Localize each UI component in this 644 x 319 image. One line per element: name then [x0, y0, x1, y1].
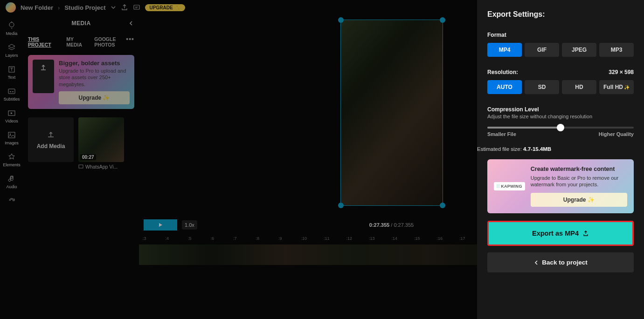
compression-subtitle: Adjust the file size without changing re…: [487, 114, 634, 119]
compression-slider[interactable]: [487, 127, 634, 129]
more-icon[interactable]: •••: [126, 35, 134, 43]
resize-handle-br[interactable]: [440, 203, 445, 208]
resize-handle-tl[interactable]: [338, 17, 344, 23]
ruler-tick: :6: [211, 236, 234, 241]
watermark-upgrade-button[interactable]: Upgrade ✨: [531, 193, 627, 207]
ruler-tick: :7: [233, 236, 256, 241]
collapse-panel-icon[interactable]: [128, 20, 134, 27]
format-jpeg[interactable]: JPEG: [562, 43, 596, 57]
res-sd[interactable]: SD: [525, 80, 559, 94]
upload-icon: [39, 63, 48, 72]
media-panel: MEDIA THIS PROJECT MY MEDIA GOOGLE PHOTO…: [23, 15, 139, 319]
ruler-tick: :15: [414, 236, 437, 241]
timecode: 0:27.355 / 0:27.355: [369, 222, 414, 228]
svg-point-1: [9, 22, 14, 27]
slider-thumb[interactable]: [557, 124, 564, 131]
upgrade-promo-card: Bigger, bolder assets Upgrade to Pro to …: [28, 55, 134, 109]
nav-subtitles[interactable]: Subtitles: [0, 84, 23, 104]
resolution-options: AUTO SD HD Full HD: [487, 80, 634, 94]
canvas-video[interactable]: [340, 20, 443, 206]
ruler-tick: :14: [392, 236, 415, 241]
estimated-size: Estimated file size: 4.7-15.4MB: [477, 146, 634, 152]
left-nav: Media Layers Text Subtitles Videos Image…: [0, 15, 23, 319]
format-gif[interactable]: GIF: [525, 43, 559, 57]
resize-handle-tr[interactable]: [440, 17, 445, 23]
nav-text[interactable]: Text: [0, 62, 23, 82]
breadcrumb-project[interactable]: Studio Project: [64, 4, 105, 11]
format-mp4[interactable]: MP4: [487, 43, 522, 57]
app-logo: [6, 2, 16, 13]
format-mp3[interactable]: MP3: [599, 43, 634, 57]
add-media-button[interactable]: Add Media: [28, 117, 74, 162]
playback-speed[interactable]: 1.0x: [182, 220, 197, 230]
nav-redo[interactable]: [0, 194, 23, 208]
share-icon[interactable]: [121, 4, 128, 11]
ruler-tick: :4: [166, 236, 188, 241]
chevron-left-icon: [533, 260, 539, 265]
ruler-tick: :12: [346, 236, 369, 241]
ruler-tick: :13: [369, 236, 392, 241]
ruler-tick: :10: [301, 236, 324, 241]
svg-rect-3: [8, 89, 15, 94]
svg-rect-5: [8, 132, 15, 138]
format-options: MP4 GIF JPEG MP3: [487, 43, 634, 57]
nav-images[interactable]: Images: [0, 128, 23, 148]
res-hd[interactable]: HD: [562, 80, 596, 94]
export-button[interactable]: Export as MP4: [487, 221, 634, 246]
clip-duration: 00:27: [80, 154, 96, 160]
res-fullhd[interactable]: Full HD: [599, 80, 634, 94]
res-auto[interactable]: AUTO: [487, 80, 522, 94]
svg-point-6: [10, 134, 11, 135]
play-button[interactable]: [144, 219, 177, 231]
kapwing-logo: ∷ KAPWING: [494, 182, 525, 190]
back-button[interactable]: Back to project: [487, 252, 634, 272]
clip-filename: WhatsApp Vi...: [78, 164, 124, 170]
chevron-down-icon[interactable]: [111, 5, 116, 10]
nav-elements[interactable]: Elements: [0, 150, 23, 170]
ruler-tick: :9: [278, 236, 301, 241]
compression-label: Compression Level: [487, 106, 634, 113]
tab-this-project[interactable]: THIS PROJECT: [28, 36, 61, 48]
export-panel: Export Settings: Format MP4 GIF JPEG MP3…: [477, 0, 644, 319]
resize-handle-bl[interactable]: [338, 203, 344, 208]
export-title: Export Settings:: [487, 10, 634, 19]
breadcrumb-folder[interactable]: New Folder: [21, 4, 53, 11]
promo-text: Upgrade to Pro to upload and store asset…: [59, 68, 130, 88]
ruler-tick: :16: [437, 236, 460, 241]
watermark-title: Create watermark-free content: [531, 166, 627, 173]
ruler-tick: :11: [324, 236, 346, 241]
watermark-promo-card: ∷ KAPWING Create watermark-free content …: [487, 159, 634, 213]
media-tabs: THIS PROJECT MY MEDIA GOOGLE PHOTOS •••: [28, 36, 134, 48]
upgrade-pill[interactable]: UPGRADE✨: [145, 4, 185, 11]
slider-label-right: Higher Quality: [599, 131, 634, 137]
ruler-tick: :8: [256, 236, 279, 241]
resolution-label: Resolution:: [487, 69, 518, 75]
promo-title: Bigger, bolder assets: [59, 60, 130, 67]
media-clip[interactable]: 00:27 WhatsApp Vi...: [78, 117, 124, 170]
chevron-right-icon: ›: [58, 4, 60, 11]
tab-my-media[interactable]: MY MEDIA: [66, 36, 89, 48]
svg-rect-7: [79, 165, 83, 168]
slider-label-left: Smaller File: [487, 131, 516, 137]
resolution-value: 329 × 598: [609, 69, 634, 75]
media-panel-title: MEDIA: [71, 20, 90, 27]
nav-videos[interactable]: Videos: [0, 106, 23, 126]
format-label: Format: [487, 32, 634, 38]
watermark-text: Upgrade to Basic or Pro to remove our wa…: [531, 175, 627, 189]
promo-thumbnail: [33, 60, 54, 93]
nav-media[interactable]: Media: [0, 19, 23, 39]
slider-fill: [487, 127, 561, 129]
ruler-tick: :3: [143, 236, 166, 241]
upload-icon: [46, 130, 55, 139]
nav-layers[interactable]: Layers: [0, 41, 23, 61]
export-icon: [582, 230, 589, 237]
comment-icon[interactable]: [133, 4, 140, 11]
clip-thumbnail[interactable]: 00:27: [78, 117, 124, 162]
nav-audio[interactable]: Audio: [0, 172, 23, 192]
ruler-tick: :5: [188, 236, 211, 241]
promo-upgrade-button[interactable]: Upgrade ✨: [59, 91, 130, 104]
video-file-icon: [78, 164, 83, 169]
